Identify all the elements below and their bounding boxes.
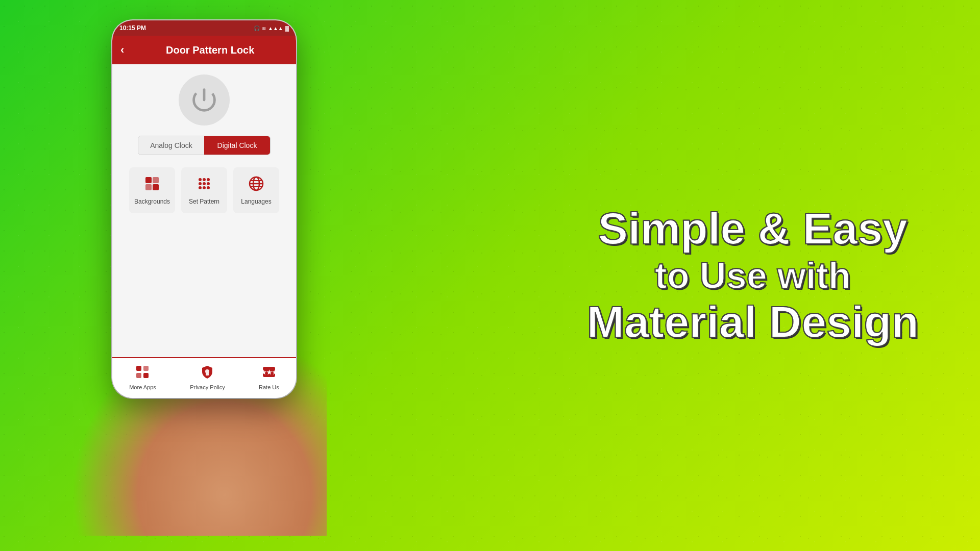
app-content: Analog Clock Digital Clock Backgr: [112, 64, 296, 357]
privacy-policy-icon: [200, 365, 214, 382]
svg-rect-4: [145, 184, 152, 190]
svg-point-9: [199, 182, 202, 185]
svg-rect-20: [136, 366, 141, 371]
tagline-line1: Simple & Easy: [587, 204, 919, 254]
svg-rect-22: [136, 373, 141, 378]
more-apps-icon: [135, 365, 150, 382]
tagline-area: Simple & Easy to Use with Material Desig…: [587, 204, 919, 347]
back-button[interactable]: ‹: [120, 43, 124, 57]
headphone-icon: 🎧: [254, 26, 260, 31]
svg-point-7: [203, 178, 206, 181]
pattern-icon: [196, 176, 212, 194]
backgrounds-icon: [144, 176, 160, 194]
rate-us-icon: ★★★: [262, 365, 276, 382]
status-time: 10:15 PM: [119, 24, 146, 32]
status-icons: 🎧 ≋ ▲▲▲ ▓: [254, 26, 289, 31]
rate-us-label: Rate Us: [259, 384, 279, 391]
signal-icon: ▲▲▲: [268, 26, 283, 31]
analog-clock-button[interactable]: Analog Clock: [138, 136, 204, 155]
more-apps-nav-item[interactable]: More Apps: [129, 365, 156, 391]
svg-rect-2: [145, 177, 152, 183]
clock-toggle: Analog Clock Digital Clock: [138, 136, 271, 155]
backgrounds-label: Backgrounds: [134, 198, 170, 205]
set-pattern-label: Set Pattern: [189, 198, 219, 205]
privacy-policy-nav-item[interactable]: Privacy Policy: [190, 365, 225, 391]
svg-point-8: [207, 178, 210, 181]
svg-point-24: [205, 369, 209, 373]
svg-point-11: [207, 182, 210, 185]
phone-body: 10:15 PM 🎧 ≋ ▲▲▲ ▓ ‹ Door Pattern Lock: [112, 20, 296, 398]
languages-button[interactable]: Languages: [233, 167, 279, 213]
svg-point-6: [199, 178, 202, 181]
svg-rect-25: [206, 373, 209, 375]
grid-buttons: Backgrounds: [120, 167, 288, 213]
rate-us-nav-item[interactable]: ★★★ Rate Us: [259, 365, 279, 391]
svg-text:★★★: ★★★: [262, 369, 276, 376]
svg-point-12: [199, 186, 202, 189]
svg-rect-3: [153, 177, 159, 183]
privacy-policy-label: Privacy Policy: [190, 384, 225, 391]
svg-point-13: [203, 186, 206, 189]
svg-point-10: [203, 182, 206, 185]
app-bar: ‹ Door Pattern Lock: [112, 36, 296, 64]
svg-rect-21: [143, 366, 149, 371]
languages-icon: [248, 176, 264, 194]
bottom-nav: More Apps Privacy Policy: [112, 357, 296, 398]
phone-wrapper: 10:15 PM 🎧 ≋ ▲▲▲ ▓ ‹ Door Pattern Lock: [71, 15, 327, 536]
status-bar: 10:15 PM 🎧 ≋ ▲▲▲ ▓: [112, 20, 296, 36]
svg-point-14: [207, 186, 210, 189]
more-apps-label: More Apps: [129, 384, 156, 391]
battery-icon: ▓: [285, 26, 289, 31]
backgrounds-button[interactable]: Backgrounds: [129, 167, 175, 213]
wifi-icon: ≋: [262, 26, 266, 31]
tagline-line3: Material Design: [587, 297, 919, 347]
digital-clock-button[interactable]: Digital Clock: [204, 136, 270, 155]
power-icon: [189, 85, 219, 115]
tagline-line2: to Use with: [587, 254, 919, 297]
power-icon-wrapper: [179, 74, 230, 126]
svg-rect-23: [143, 373, 149, 378]
app-title: Door Pattern Lock: [132, 44, 288, 56]
svg-rect-5: [153, 184, 159, 190]
languages-label: Languages: [241, 198, 271, 205]
set-pattern-button[interactable]: Set Pattern: [181, 167, 227, 213]
